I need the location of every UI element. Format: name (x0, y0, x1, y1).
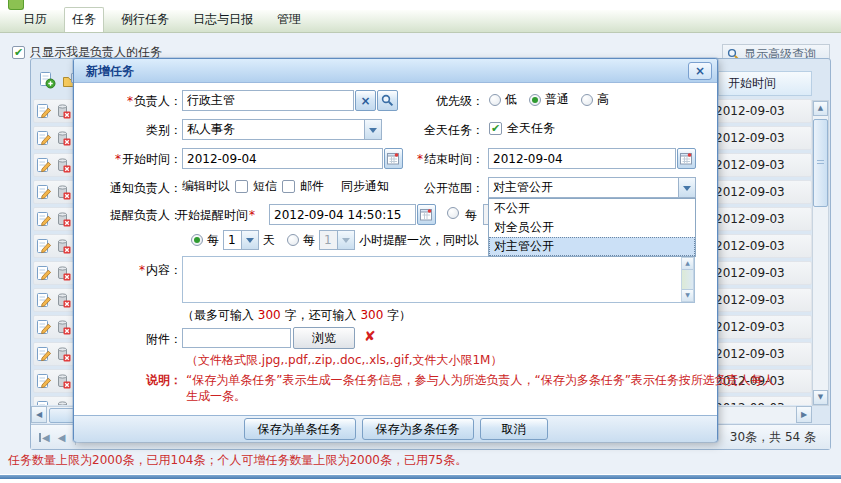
save-single-task-button[interactable]: 保存为单条任务 (244, 418, 356, 440)
tab-admin[interactable]: 管理 (270, 8, 308, 32)
scroll-left-icon[interactable]: ◀ (31, 406, 47, 423)
tab-routine-tasks[interactable]: 例行任务 (114, 8, 176, 32)
all-day-checkbox-label: 全天任务 (507, 120, 555, 137)
vertical-scrollbar[interactable]: ▲ ▼ (812, 100, 829, 406)
bottom-divider (0, 475, 841, 479)
end-time-input[interactable] (488, 148, 676, 169)
dialog-footer: 保存为单条任务 保存为多条任务 取消 (74, 415, 717, 442)
delete-task-icon[interactable] (55, 103, 71, 119)
reminder-minute-radio[interactable] (447, 207, 459, 219)
save-multi-task-button[interactable]: 保存为多条任务 (362, 418, 474, 440)
all-day-label: 全天任务： (374, 122, 484, 139)
delete-task-icon[interactable] (55, 373, 71, 389)
priority-normal-radio[interactable] (529, 94, 541, 106)
scroll-right-icon[interactable]: ▶ (796, 406, 812, 423)
dialog-title: 新增任务 (86, 63, 134, 80)
notify-mail-checkbox[interactable] (282, 180, 295, 193)
delete-task-icon[interactable] (55, 400, 71, 405)
all-day-checkbox[interactable]: ✔ (489, 122, 502, 135)
visibility-option-everyone[interactable]: 对全员公开 (489, 218, 695, 237)
content-textarea[interactable] (182, 256, 695, 303)
attachment-label: 附件： (74, 331, 182, 348)
notify-label: 通知负责人： (74, 180, 182, 197)
remove-attachment-icon[interactable]: ✘ (364, 328, 376, 344)
reminder-start-label: 开始提醒时间* (176, 207, 256, 224)
delete-task-icon[interactable] (55, 265, 71, 281)
content-label: *内容： (74, 262, 182, 279)
scroll-down-icon[interactable]: ▼ (813, 390, 828, 405)
edit-task-icon[interactable] (36, 157, 52, 173)
owner-label: *负责人： (74, 93, 182, 110)
delete-task-icon[interactable] (55, 346, 71, 362)
edit-task-icon[interactable] (36, 400, 52, 405)
reminder-day-radio[interactable] (191, 234, 203, 246)
scroll-up-icon[interactable]: ▲ (813, 101, 828, 116)
edit-task-icon[interactable] (36, 238, 52, 254)
reminder-hour-count-select[interactable]: 1 (319, 230, 355, 250)
scroll-down-icon[interactable]: ▼ (682, 289, 693, 301)
start-time-input[interactable] (182, 148, 383, 169)
priority-low-label: 低 (505, 91, 517, 108)
chevron-down-icon[interactable] (678, 178, 695, 197)
dialog-header[interactable]: 新增任务 × (74, 59, 717, 83)
close-icon[interactable]: × (688, 62, 712, 80)
edit-task-icon[interactable] (36, 211, 52, 227)
reminder-day-count-select[interactable]: 1 (223, 230, 259, 250)
end-time-label: *结束时间： (374, 151, 484, 168)
edit-task-icon[interactable] (36, 292, 52, 308)
priority-low-radio[interactable] (489, 94, 501, 106)
edit-task-icon[interactable] (36, 265, 52, 281)
delete-task-icon[interactable] (55, 211, 71, 227)
prev-page-button[interactable]: ◀ (58, 432, 66, 443)
reminder-date-picker-icon[interactable] (417, 204, 436, 225)
first-page-button[interactable]: ◀ (39, 432, 50, 443)
edit-task-icon[interactable] (36, 184, 52, 200)
notify-prefix: 编辑时以 (182, 178, 230, 195)
notify-sms-checkbox[interactable] (235, 180, 248, 193)
checkbox-checked-icon[interactable]: ✔ (12, 46, 25, 59)
priority-high-label: 高 (597, 91, 609, 108)
edit-task-icon[interactable] (36, 103, 52, 119)
edit-task-icon[interactable] (36, 373, 52, 389)
reminder-hour-radio[interactable] (287, 234, 299, 246)
column-header-start-time[interactable]: 开始时间 (718, 71, 812, 96)
delete-task-icon[interactable] (55, 319, 71, 335)
reminder-day-every-label: 每 (207, 232, 219, 249)
priority-normal-label: 普通 (545, 91, 569, 108)
category-label: 类别： (74, 122, 182, 139)
end-date-picker-icon[interactable] (677, 148, 696, 169)
reminder-day-unit: 天 (263, 232, 275, 249)
pagination-info: 30条，共 54 条 (730, 429, 830, 446)
delete-task-icon[interactable] (55, 130, 71, 146)
visibility-option-supervisor[interactable]: 对主管公开 (489, 237, 695, 256)
visibility-select[interactable]: 对主管公开 (488, 177, 696, 198)
cancel-button[interactable]: 取消 (480, 418, 548, 440)
reminder-minute-every-label: 每 (465, 207, 477, 224)
tab-logs-reports[interactable]: 日志与日报 (186, 8, 260, 32)
visibility-dropdown-list: 不公开 对全员公开 对主管公开 (488, 198, 696, 257)
reminder-hour-every-label: 每 (303, 232, 315, 249)
visibility-option-private[interactable]: 不公开 (489, 199, 695, 218)
clear-owner-icon[interactable]: × (355, 90, 376, 111)
browse-button[interactable]: 浏览 (293, 327, 355, 349)
delete-task-icon[interactable] (55, 184, 71, 200)
reminder-start-input[interactable] (269, 204, 416, 225)
edit-task-icon[interactable] (36, 346, 52, 362)
tab-calendar[interactable]: 日历 (16, 8, 54, 32)
category-select[interactable]: 私人事务 (182, 119, 382, 140)
edit-task-icon[interactable] (36, 319, 52, 335)
category-value: 私人事务 (187, 121, 235, 138)
new-task-dialog: 新增任务 × *负责人： × 优先级： 低 普通 高 类别： 私人事务 全天 (73, 58, 718, 442)
edit-task-icon[interactable] (36, 130, 52, 146)
tab-tasks[interactable]: 任务 (64, 7, 104, 32)
attachment-input[interactable] (182, 328, 291, 348)
delete-task-icon[interactable] (55, 157, 71, 173)
owner-input[interactable] (182, 90, 354, 111)
content-scrollbar[interactable]: ▲ ▼ (681, 257, 694, 302)
vertical-scrollbar-thumb[interactable] (813, 119, 828, 207)
delete-task-icon[interactable] (55, 292, 71, 308)
add-task-icon[interactable] (38, 71, 56, 89)
delete-task-icon[interactable] (55, 238, 71, 254)
priority-high-radio[interactable] (581, 94, 593, 106)
scroll-up-icon[interactable]: ▲ (682, 258, 693, 270)
